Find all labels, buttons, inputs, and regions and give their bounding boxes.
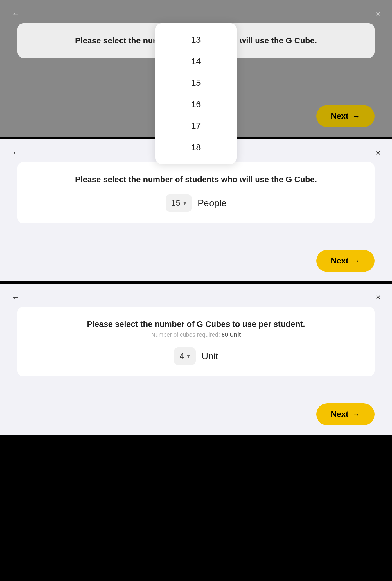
unit-label: Unit — [202, 351, 218, 362]
cubes-required-label: Number of cubes required: 60 Unit — [151, 331, 241, 338]
close-button-3[interactable]: × — [376, 293, 380, 302]
next-button-3[interactable]: Next → — [316, 403, 375, 425]
nav-bar-3: ← × — [0, 284, 392, 307]
next-arrow-1: → — [353, 112, 360, 121]
back-button-1[interactable]: ← — [12, 9, 20, 19]
back-button-3[interactable]: ← — [12, 293, 20, 302]
nav-bar-1: ← × — [0, 0, 392, 23]
card-title-3: Please select the number of G Cubes to u… — [87, 318, 305, 330]
next-label-1: Next — [331, 112, 348, 121]
back-button-2[interactable]: ← — [12, 148, 20, 157]
next-button-1[interactable]: Next → — [316, 105, 375, 127]
section-1-container: ← × Please select the number of students… — [0, 0, 392, 137]
dropdown-item-14[interactable]: 14 — [155, 51, 237, 72]
card-title-2: Please select the number of students who… — [75, 174, 317, 185]
chevron-icon-2: ▾ — [183, 200, 186, 207]
next-button-2[interactable]: Next → — [316, 250, 375, 272]
card-3: Please select the number of G Cubes to u… — [17, 307, 375, 376]
dropdown-item-16[interactable]: 16 — [155, 94, 237, 115]
section-3-container: ← × Please select the number of G Cubes … — [0, 284, 392, 435]
selector-row-2: 15 ▾ People — [166, 194, 227, 212]
cubes-required-value: 60 Unit — [222, 331, 241, 338]
dropdown-overlay: 13 14 15 16 17 18 — [155, 23, 237, 164]
dropdown-item-17[interactable]: 17 — [155, 115, 237, 137]
next-label-2: Next — [331, 256, 348, 266]
close-button-1[interactable]: × — [376, 9, 380, 19]
cube-count-selector[interactable]: 4 ▾ — [174, 347, 196, 365]
cubes-required-prefix: Number of cubes required: — [151, 331, 221, 338]
dropdown-item-18[interactable]: 18 — [155, 137, 237, 158]
cube-count-value: 4 — [180, 352, 184, 361]
next-label-3: Next — [331, 410, 348, 419]
people-label: People — [198, 198, 227, 209]
next-arrow-2: → — [353, 257, 360, 266]
dropdown-item-13[interactable]: 13 — [155, 29, 237, 51]
student-count-selector[interactable]: 15 ▾ — [166, 194, 192, 212]
student-count-value: 15 — [171, 198, 180, 208]
dropdown-item-15[interactable]: 15 — [155, 72, 237, 94]
selector-row-3: 4 ▾ Unit — [174, 347, 218, 365]
close-button-2[interactable]: × — [376, 148, 380, 157]
next-arrow-3: → — [353, 410, 360, 419]
card-2: Please select the number of students who… — [17, 162, 375, 223]
chevron-icon-3: ▾ — [187, 353, 190, 360]
